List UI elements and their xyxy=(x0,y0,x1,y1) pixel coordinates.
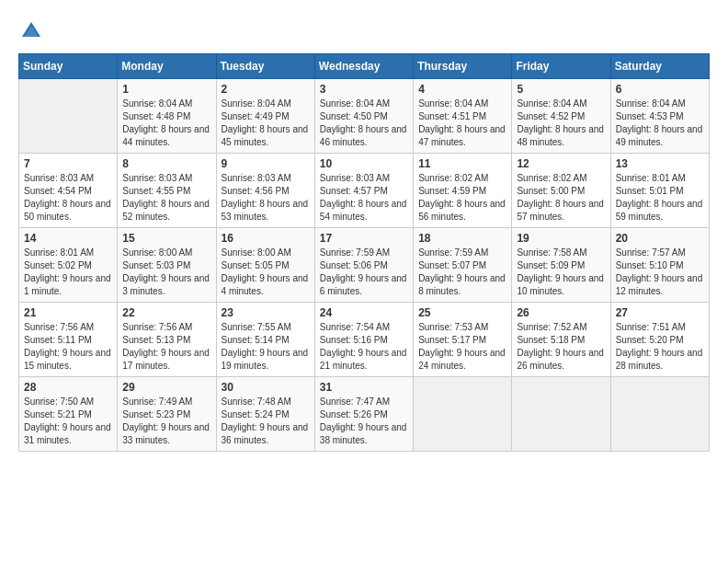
calendar-day-cell: 11Sunrise: 8:02 AMSunset: 4:59 PMDayligh… xyxy=(414,154,512,228)
day-number: 4 xyxy=(418,83,506,96)
day-number: 14 xyxy=(24,232,112,245)
day-info: Sunrise: 8:01 AMSunset: 5:01 PMDaylight:… xyxy=(616,172,704,224)
day-number: 7 xyxy=(24,157,112,170)
day-number: 27 xyxy=(616,306,704,319)
day-info: Sunrise: 7:52 AMSunset: 5:18 PMDaylight:… xyxy=(517,321,605,373)
day-number: 29 xyxy=(122,381,210,394)
logo xyxy=(18,18,48,44)
calendar-day-cell: 20Sunrise: 7:57 AMSunset: 5:10 PMDayligh… xyxy=(610,228,709,303)
day-number: 20 xyxy=(616,232,704,245)
calendar-day-cell xyxy=(512,377,610,452)
page-header xyxy=(18,18,710,44)
day-of-week-header: Sunday xyxy=(19,54,118,79)
day-info: Sunrise: 7:58 AMSunset: 5:09 PMDaylight:… xyxy=(517,247,605,298)
day-number: 17 xyxy=(320,232,408,245)
calendar-day-cell: 12Sunrise: 8:02 AMSunset: 5:00 PMDayligh… xyxy=(512,154,610,228)
day-number: 16 xyxy=(222,232,310,245)
calendar-week-row: 7Sunrise: 8:03 AMSunset: 4:54 PMDaylight… xyxy=(19,154,710,228)
calendar-day-cell: 19Sunrise: 7:58 AMSunset: 5:09 PMDayligh… xyxy=(512,228,610,303)
day-number: 12 xyxy=(517,157,605,170)
day-number: 22 xyxy=(122,306,210,319)
day-info: Sunrise: 8:03 AMSunset: 4:55 PMDaylight:… xyxy=(122,172,210,224)
day-number: 13 xyxy=(616,157,704,170)
day-number: 1 xyxy=(122,83,210,96)
day-number: 25 xyxy=(418,306,506,319)
logo-icon xyxy=(18,18,44,44)
day-info: Sunrise: 7:59 AMSunset: 5:06 PMDaylight:… xyxy=(320,247,408,298)
calendar-day-cell: 9Sunrise: 8:03 AMSunset: 4:56 PMDaylight… xyxy=(216,154,314,228)
calendar-day-cell: 27Sunrise: 7:51 AMSunset: 5:20 PMDayligh… xyxy=(610,303,709,377)
day-of-week-header: Wednesday xyxy=(314,54,413,79)
calendar-day-cell: 17Sunrise: 7:59 AMSunset: 5:06 PMDayligh… xyxy=(314,228,413,303)
day-of-week-header: Tuesday xyxy=(216,54,314,79)
day-of-week-header: Saturday xyxy=(610,54,709,79)
day-info: Sunrise: 7:56 AMSunset: 5:13 PMDaylight:… xyxy=(122,321,210,373)
day-of-week-header: Thursday xyxy=(414,54,512,79)
day-number: 31 xyxy=(320,381,408,394)
day-info: Sunrise: 7:48 AMSunset: 5:24 PMDaylight:… xyxy=(222,396,310,447)
day-number: 15 xyxy=(122,232,210,245)
day-info: Sunrise: 7:56 AMSunset: 5:11 PMDaylight:… xyxy=(24,321,112,373)
calendar-table: SundayMondayTuesdayWednesdayThursdayFrid… xyxy=(18,53,710,452)
day-number: 24 xyxy=(320,306,408,319)
day-number: 3 xyxy=(320,83,408,96)
calendar-day-cell: 31Sunrise: 7:47 AMSunset: 5:26 PMDayligh… xyxy=(314,377,413,452)
calendar-day-cell: 22Sunrise: 7:56 AMSunset: 5:13 PMDayligh… xyxy=(118,303,216,377)
day-info: Sunrise: 8:00 AMSunset: 5:05 PMDaylight:… xyxy=(222,247,310,298)
day-of-week-header: Friday xyxy=(512,54,610,79)
day-info: Sunrise: 7:51 AMSunset: 5:20 PMDaylight:… xyxy=(616,321,704,373)
calendar-day-cell: 24Sunrise: 7:54 AMSunset: 5:16 PMDayligh… xyxy=(314,303,413,377)
day-number: 18 xyxy=(418,232,506,245)
day-info: Sunrise: 8:04 AMSunset: 4:49 PMDaylight:… xyxy=(222,98,310,149)
day-info: Sunrise: 7:47 AMSunset: 5:26 PMDaylight:… xyxy=(320,396,408,447)
day-info: Sunrise: 8:03 AMSunset: 4:54 PMDaylight:… xyxy=(24,172,112,224)
calendar-day-cell: 4Sunrise: 8:04 AMSunset: 4:51 PMDaylight… xyxy=(414,79,512,154)
day-info: Sunrise: 7:59 AMSunset: 5:07 PMDaylight:… xyxy=(418,247,506,298)
calendar-day-cell: 1Sunrise: 8:04 AMSunset: 4:48 PMDaylight… xyxy=(118,79,216,154)
calendar-day-cell: 15Sunrise: 8:00 AMSunset: 5:03 PMDayligh… xyxy=(118,228,216,303)
calendar-day-cell: 25Sunrise: 7:53 AMSunset: 5:17 PMDayligh… xyxy=(414,303,512,377)
day-number: 8 xyxy=(122,157,210,170)
day-number: 9 xyxy=(222,157,310,170)
day-info: Sunrise: 8:04 AMSunset: 4:53 PMDaylight:… xyxy=(616,98,704,149)
calendar-day-cell: 10Sunrise: 8:03 AMSunset: 4:57 PMDayligh… xyxy=(314,154,413,228)
day-number: 30 xyxy=(222,381,310,394)
day-info: Sunrise: 8:04 AMSunset: 4:48 PMDaylight:… xyxy=(122,98,210,149)
calendar-week-row: 14Sunrise: 8:01 AMSunset: 5:02 PMDayligh… xyxy=(19,228,710,303)
day-number: 2 xyxy=(222,83,310,96)
day-info: Sunrise: 7:53 AMSunset: 5:17 PMDaylight:… xyxy=(418,321,506,373)
header-row: SundayMondayTuesdayWednesdayThursdayFrid… xyxy=(19,54,710,79)
day-number: 5 xyxy=(517,83,605,96)
calendar-day-cell: 13Sunrise: 8:01 AMSunset: 5:01 PMDayligh… xyxy=(610,154,709,228)
calendar-day-cell: 7Sunrise: 8:03 AMSunset: 4:54 PMDaylight… xyxy=(19,154,118,228)
calendar-day-cell: 18Sunrise: 7:59 AMSunset: 5:07 PMDayligh… xyxy=(414,228,512,303)
calendar-day-cell: 5Sunrise: 8:04 AMSunset: 4:52 PMDaylight… xyxy=(512,79,610,154)
calendar-body: 1Sunrise: 8:04 AMSunset: 4:48 PMDaylight… xyxy=(19,79,710,452)
day-number: 21 xyxy=(24,306,112,319)
day-info: Sunrise: 7:54 AMSunset: 5:16 PMDaylight:… xyxy=(320,321,408,373)
calendar-header: SundayMondayTuesdayWednesdayThursdayFrid… xyxy=(19,54,710,79)
day-number: 23 xyxy=(222,306,310,319)
day-info: Sunrise: 7:55 AMSunset: 5:14 PMDaylight:… xyxy=(222,321,310,373)
day-number: 11 xyxy=(418,157,506,170)
calendar-week-row: 21Sunrise: 7:56 AMSunset: 5:11 PMDayligh… xyxy=(19,303,710,377)
calendar-day-cell: 14Sunrise: 8:01 AMSunset: 5:02 PMDayligh… xyxy=(19,228,118,303)
calendar-week-row: 1Sunrise: 8:04 AMSunset: 4:48 PMDaylight… xyxy=(19,79,710,154)
calendar-day-cell xyxy=(610,377,709,452)
day-info: Sunrise: 7:50 AMSunset: 5:21 PMDaylight:… xyxy=(24,396,112,447)
calendar-week-row: 28Sunrise: 7:50 AMSunset: 5:21 PMDayligh… xyxy=(19,377,710,452)
day-info: Sunrise: 8:02 AMSunset: 5:00 PMDaylight:… xyxy=(517,172,605,224)
calendar-day-cell: 23Sunrise: 7:55 AMSunset: 5:14 PMDayligh… xyxy=(216,303,314,377)
calendar-day-cell xyxy=(414,377,512,452)
day-info: Sunrise: 8:03 AMSunset: 4:57 PMDaylight:… xyxy=(320,172,408,224)
calendar-day-cell: 3Sunrise: 8:04 AMSunset: 4:50 PMDaylight… xyxy=(314,79,413,154)
calendar-day-cell: 26Sunrise: 7:52 AMSunset: 5:18 PMDayligh… xyxy=(512,303,610,377)
calendar-day-cell: 16Sunrise: 8:00 AMSunset: 5:05 PMDayligh… xyxy=(216,228,314,303)
day-info: Sunrise: 8:01 AMSunset: 5:02 PMDaylight:… xyxy=(24,247,112,298)
day-info: Sunrise: 8:02 AMSunset: 4:59 PMDaylight:… xyxy=(418,172,506,224)
day-info: Sunrise: 7:49 AMSunset: 5:23 PMDaylight:… xyxy=(122,396,210,447)
calendar-day-cell xyxy=(19,79,118,154)
calendar-day-cell: 2Sunrise: 8:04 AMSunset: 4:49 PMDaylight… xyxy=(216,79,314,154)
day-info: Sunrise: 8:00 AMSunset: 5:03 PMDaylight:… xyxy=(122,247,210,298)
day-info: Sunrise: 8:04 AMSunset: 4:50 PMDaylight:… xyxy=(320,98,408,149)
